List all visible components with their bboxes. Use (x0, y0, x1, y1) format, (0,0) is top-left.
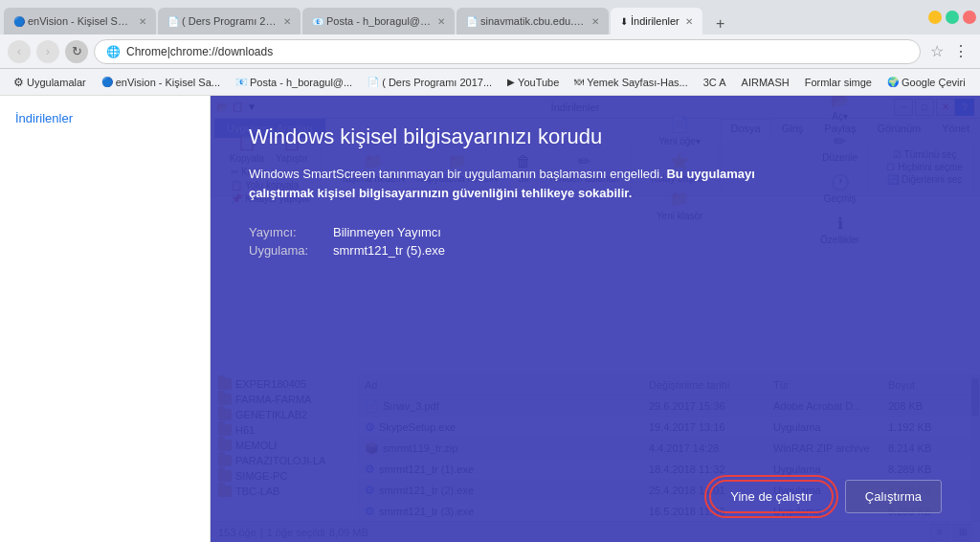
new-tab-button[interactable]: + (708, 13, 733, 34)
address-input[interactable]: 🌐 Chrome | chrome://downloads (94, 39, 921, 64)
bookmark-marketagent[interactable]: Marketagent... (975, 75, 980, 90)
address-path: chrome://downloads (170, 45, 273, 58)
minimize-button[interactable] (928, 11, 942, 24)
address-scheme: Chrome (126, 45, 167, 58)
app-label: Uygulama: (249, 243, 325, 258)
bookmark-google-ceviri[interactable]: 🌍 Google Çeviri (881, 75, 971, 90)
bookmark-apps[interactable]: ⚙ Uygulamalar (8, 74, 92, 91)
bookmark-youtube[interactable]: ▶ YouTube (501, 75, 565, 90)
address-bar: ‹ › ↻ 🌐 Chrome | chrome://downloads ☆ ⋮ (0, 34, 980, 69)
tab-close-indirilenler[interactable]: ✕ (685, 16, 693, 27)
run-anyway-button[interactable]: Yine de çalıştır (709, 480, 834, 513)
app-value: smrmt121_tr (5).exe (333, 243, 445, 258)
back-button[interactable]: ‹ (8, 40, 31, 63)
main-area: 📂 📋 ▼ İndirilenler ─ □ ✕ ? Uygulama Araç… (211, 96, 980, 542)
downloads-title: İndirilenler (0, 111, 210, 141)
smartscreen-info: Yayımcı: Bilinmeyen Yayımcı Uygulama: sm… (249, 225, 942, 261)
tab-ders[interactable]: 📄 ( Ders Programı 2017-201... ✕ (158, 8, 301, 34)
forward-button[interactable]: › (36, 40, 59, 63)
smartscreen-description: Windows SmartScreen tanınmayan bir uygul… (249, 165, 804, 202)
bookmark-3c[interactable]: 3C A (698, 75, 732, 90)
maximize-button[interactable] (946, 11, 959, 24)
window-controls (928, 11, 976, 24)
tab-close-envision[interactable]: ✕ (139, 16, 146, 27)
tab-envision[interactable]: 🔵 enVision - Kişisel Sayfam ✕ (4, 8, 156, 34)
bookmark-star[interactable]: ☆ (930, 42, 944, 60)
title-bar: 🔵 enVision - Kişisel Sayfam ✕ 📄 ( Ders P… (0, 0, 980, 34)
dont-run-button[interactable]: Çalıştırma (845, 480, 942, 513)
publisher-row: Yayımcı: Bilinmeyen Yayımcı (249, 225, 942, 239)
bookmark-envision[interactable]: 🔵 enVision - Kişisel Sa... (96, 75, 226, 90)
tab-close-ders[interactable]: ✕ (283, 16, 291, 27)
menu-button[interactable]: ⋮ (949, 40, 972, 63)
close-button[interactable] (963, 11, 976, 24)
refresh-button[interactable]: ↻ (65, 40, 88, 63)
bookmarks-bar: ⚙ Uygulamalar 🔵 enVision - Kişisel Sa...… (0, 69, 980, 96)
tab-close-sinavmatik[interactable]: ✕ (591, 16, 599, 27)
bookmark-formlar[interactable]: Formlar simge (799, 75, 878, 90)
chrome-icon: 🌐 (106, 45, 121, 58)
tab-indirilenler[interactable]: ⬇ İndirilenler ✕ (611, 8, 702, 34)
page-content: İndirilenler 📂 📋 ▼ İndirilenler ─ □ ✕ ? (0, 96, 980, 542)
smartscreen-overlay: Windows kişisel bilgisayarınızı korudu W… (211, 96, 980, 542)
tabs-bar: 🔵 enVision - Kişisel Sayfam ✕ 📄 ( Ders P… (4, 0, 921, 34)
downloads-sidebar: İndirilenler (0, 96, 211, 542)
app-row: Uygulama: smrmt121_tr (5).exe (249, 243, 942, 258)
publisher-label: Yayımcı: (249, 225, 325, 239)
tab-close-posta[interactable]: ✕ (437, 16, 445, 27)
browser-frame: 🔵 enVision - Kişisel Sayfam ✕ 📄 ( Ders P… (0, 0, 980, 542)
publisher-value: Bilinmeyen Yayımcı (333, 225, 441, 239)
tab-posta[interactable]: 📧 Posta - h_boragul@hotm... ✕ (302, 8, 455, 34)
bookmark-airmash[interactable]: AIRMASH (736, 75, 795, 90)
tab-sinavmatik[interactable]: 📄 sinavmatik.cbu.edu.tr/sin... ✕ (457, 8, 609, 34)
smartscreen-title: Windows kişisel bilgisayarınızı korudu (249, 124, 942, 149)
bookmark-ders[interactable]: 📄 ( Ders Programı 2017... (362, 75, 498, 90)
smartscreen-buttons: Yine de çalıştır Çalıştırma (249, 480, 942, 513)
bookmark-posta[interactable]: 📧 Posta - h_boragul@... (230, 75, 358, 90)
bookmark-yemek[interactable]: 🍽 Yemek Sayfası-Has... (568, 75, 693, 90)
